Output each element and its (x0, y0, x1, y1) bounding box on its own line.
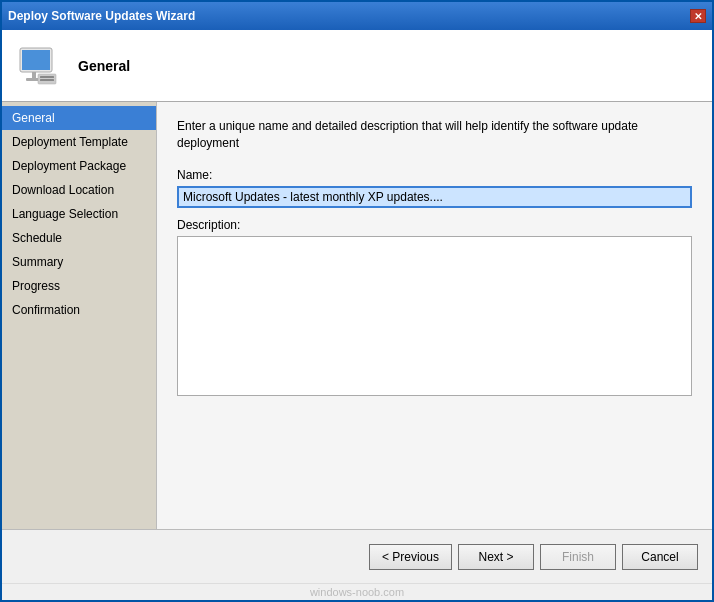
sidebar-item-summary[interactable]: Summary (2, 250, 156, 274)
next-button[interactable]: Next > (458, 544, 534, 570)
cancel-button[interactable]: Cancel (622, 544, 698, 570)
name-input[interactable] (177, 186, 692, 208)
header-area: General (2, 30, 712, 102)
sidebar-item-download-location[interactable]: Download Location (2, 178, 156, 202)
sidebar-item-confirmation[interactable]: Confirmation (2, 298, 156, 322)
description-textarea[interactable] (177, 236, 692, 396)
sidebar-item-schedule[interactable]: Schedule (2, 226, 156, 250)
main-panel: Enter a unique name and detailed descrip… (157, 102, 712, 529)
watermark: windows-noob.com (2, 583, 712, 600)
title-bar: Deploy Software Updates Wizard ✕ (2, 2, 712, 30)
svg-rect-2 (32, 72, 36, 78)
content-area: General Deployment Template Deployment P… (2, 102, 712, 529)
sidebar: General Deployment Template Deployment P… (2, 102, 157, 529)
wizard-window: Deploy Software Updates Wizard ✕ General (0, 0, 714, 602)
footer-area: < Previous Next > Finish Cancel (2, 529, 712, 583)
sidebar-item-deployment-package[interactable]: Deployment Package (2, 154, 156, 178)
svg-rect-5 (40, 76, 54, 78)
name-group: Name: (177, 168, 692, 208)
description-label: Description: (177, 218, 692, 232)
sidebar-item-progress[interactable]: Progress (2, 274, 156, 298)
close-button[interactable]: ✕ (690, 9, 706, 23)
description-group: Description: (177, 218, 692, 399)
svg-rect-6 (40, 79, 54, 81)
sidebar-item-language-selection[interactable]: Language Selection (2, 202, 156, 226)
wizard-icon (16, 42, 64, 90)
name-label: Name: (177, 168, 692, 182)
sidebar-item-deployment-template[interactable]: Deployment Template (2, 130, 156, 154)
svg-rect-1 (22, 50, 50, 70)
description-wrapper (177, 236, 692, 399)
sidebar-item-general[interactable]: General (2, 106, 156, 130)
window-title: Deploy Software Updates Wizard (8, 9, 195, 23)
previous-button[interactable]: < Previous (369, 544, 452, 570)
description-text: Enter a unique name and detailed descrip… (177, 118, 692, 152)
header-title: General (78, 58, 130, 74)
finish-button[interactable]: Finish (540, 544, 616, 570)
